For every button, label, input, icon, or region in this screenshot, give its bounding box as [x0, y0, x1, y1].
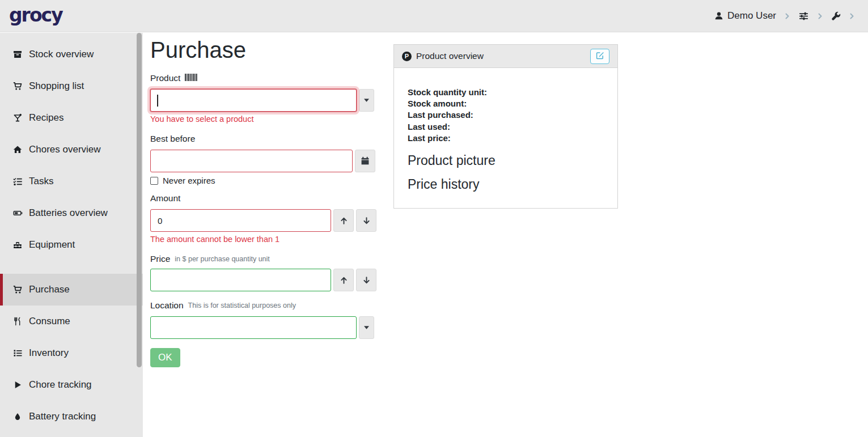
product-overview-card: P Product overview Stock quantity unit: … [393, 44, 618, 209]
sidebar-item-label: Stock overview [29, 49, 94, 60]
top-navbar: grocy Demo User [0, 0, 868, 32]
grocy-logo[interactable]: grocy [9, 6, 62, 27]
sidebar-item-chores-overview[interactable]: Chores overview [0, 134, 143, 166]
wrench-icon[interactable] [831, 11, 841, 21]
product-circle-icon: P [402, 52, 412, 61]
price-label: Price [150, 254, 170, 264]
utensils-icon [12, 317, 23, 326]
sidebar-item-chore-tracking[interactable]: Chore tracking [0, 369, 143, 401]
best-before-label: Best before [150, 134, 195, 144]
price-history-heading: Price history [408, 177, 604, 192]
calendar-button[interactable] [355, 150, 375, 172]
sidebar-item-stock-overview[interactable]: Stock overview [0, 39, 143, 70]
sidebar-item-label: Chores overview [29, 144, 101, 155]
ok-button[interactable]: OK [150, 348, 180, 367]
product-picture-heading: Product picture [408, 153, 604, 168]
sidebar-item-batteries-overview[interactable]: Batteries overview [0, 197, 143, 229]
never-expires-checkbox[interactable] [150, 177, 158, 185]
text-cursor [157, 95, 158, 107]
chevron-right-icon [784, 12, 791, 20]
best-before-input[interactable] [150, 150, 353, 172]
price-decrease-button[interactable] [356, 269, 376, 291]
sidebar-nav: Stock overview Shopping list Recipes Cho… [0, 33, 143, 437]
sidebar-item-label: Recipes [29, 112, 63, 124]
sidebar-item-label: Consume [29, 316, 70, 327]
box-icon [12, 50, 23, 59]
chevron-right-icon [848, 12, 856, 20]
sidebar-item-shopping-list[interactable]: Shopping list [0, 70, 143, 102]
user-name: Demo User [727, 10, 776, 22]
sliders-icon[interactable] [798, 11, 809, 21]
product-error: You have to select a product [150, 114, 404, 124]
user-icon [714, 11, 723, 20]
location-select[interactable] [150, 316, 357, 339]
sidebar-item-consume[interactable]: Consume [0, 306, 143, 337]
sidebar-item-battery-tracking[interactable]: Battery tracking [0, 401, 143, 432]
home-icon [12, 145, 23, 154]
amount-decrease-button[interactable] [356, 209, 376, 232]
cocktail-icon [12, 113, 23, 122]
sidebar-item-equipment[interactable]: Equipment [0, 229, 143, 261]
cart-icon [12, 82, 23, 91]
sidebar-item-recipes[interactable]: Recipes [0, 102, 143, 134]
barcode-icon[interactable] [185, 73, 198, 83]
sidebar-item-label: Shopping list [29, 80, 84, 92]
sidebar-item-inventory[interactable]: Inventory [0, 337, 143, 369]
list-icon [12, 349, 23, 358]
sidebar-item-label: Equipment [29, 239, 75, 251]
product-overview-title: Product overview [416, 51, 484, 61]
last-purchased-field: Last purchased: [408, 109, 604, 121]
edit-icon [596, 51, 604, 62]
product-input[interactable] [150, 89, 357, 112]
amount-input[interactable]: 0 [150, 209, 331, 232]
sidebar-item-label: Batteries overview [29, 207, 108, 219]
sidebar-item-tasks[interactable]: Tasks [0, 166, 143, 197]
amount-label: Amount [150, 193, 180, 203]
location-label: Location [150, 300, 184, 311]
page-title: Purchase [150, 36, 404, 63]
location-hint: This is for statistical purposes only [188, 302, 296, 309]
product-overview-header: P Product overview [394, 45, 617, 68]
product-dropdown-button[interactable] [359, 89, 374, 112]
product-label: Product [150, 73, 180, 83]
last-used-field: Last used: [408, 121, 604, 133]
chevron-right-icon [816, 12, 824, 20]
amount-increase-button[interactable] [333, 209, 354, 232]
edit-product-button[interactable] [590, 49, 609, 64]
sidebar-item-label: Chore tracking [29, 379, 92, 391]
stock-quantity-unit-field: Stock quantity unit: [408, 87, 604, 98]
user-menu[interactable]: Demo User [714, 10, 776, 22]
sidebar-item-label: Tasks [29, 176, 53, 187]
amount-error: The amount cannot be lower than 1 [150, 235, 404, 244]
price-input[interactable] [150, 269, 331, 291]
sidebar-item-label: Inventory [29, 347, 69, 359]
purchase-form: Purchase Product You have to select a pr… [143, 33, 404, 437]
cart-icon [12, 285, 23, 294]
sidebar-item-label: Purchase [29, 284, 70, 295]
sidebar-scrollbar[interactable] [137, 33, 142, 367]
price-hint: in $ per purchase quantity unit [175, 255, 269, 263]
droplet-icon [12, 412, 23, 421]
last-price-field: Last price: [408, 133, 604, 144]
location-dropdown-button[interactable] [359, 316, 374, 339]
never-expires-label: Never expires [163, 176, 215, 185]
toolbox-icon [12, 240, 23, 249]
play-icon [12, 380, 23, 389]
tasks-icon [12, 177, 23, 186]
battery-icon [12, 209, 23, 218]
stock-amount-field: Stock amount: [408, 98, 604, 109]
sidebar-item-purchase[interactable]: Purchase [0, 274, 143, 306]
sidebar-item-label: Battery tracking [29, 411, 96, 422]
price-increase-button[interactable] [333, 269, 354, 291]
